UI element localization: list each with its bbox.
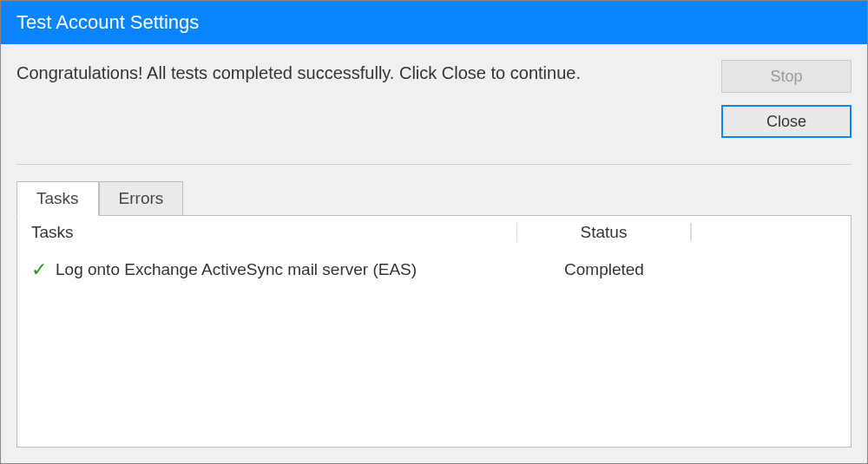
column-header-tasks: Tasks <box>31 223 517 242</box>
table-body: ✓ Log onto Exchange ActiveSync mail serv… <box>17 250 851 290</box>
tab-errors[interactable]: Errors <box>99 181 184 216</box>
window-title: Test Account Settings <box>16 11 199 33</box>
check-icon: ✓ <box>31 258 47 281</box>
tab-tasks[interactable]: Tasks <box>16 181 99 216</box>
tab-panel-tasks: Tasks Status ✓ Log onto Exchange ActiveS… <box>16 215 852 448</box>
tabs-section: Tasks Errors Tasks Status ✓ Log onto Exc… <box>16 164 852 448</box>
close-button[interactable]: Close <box>721 105 852 138</box>
task-name: Log onto Exchange ActiveSync mail server… <box>56 260 417 279</box>
dialog-content: Congratulations! All tests completed suc… <box>1 44 867 463</box>
top-row: Congratulations! All tests completed suc… <box>16 60 852 138</box>
titlebar: Test Account Settings <box>1 1 867 44</box>
row-task-cell: ✓ Log onto Exchange ActiveSync mail serv… <box>31 258 517 281</box>
status-message: Congratulations! All tests completed suc… <box>16 60 704 83</box>
table-row: ✓ Log onto Exchange ActiveSync mail serv… <box>31 255 851 284</box>
divider <box>16 164 852 165</box>
column-header-status: Status <box>517 223 691 242</box>
button-group: Stop Close <box>721 60 852 138</box>
dialog-window: Test Account Settings Congratulations! A… <box>0 0 868 464</box>
row-status-cell: Completed <box>517 260 691 279</box>
tabs-header: Tasks Errors <box>16 180 852 215</box>
table-header: Tasks Status <box>17 216 851 250</box>
stop-button: Stop <box>721 60 852 93</box>
column-spacer <box>691 223 851 240</box>
